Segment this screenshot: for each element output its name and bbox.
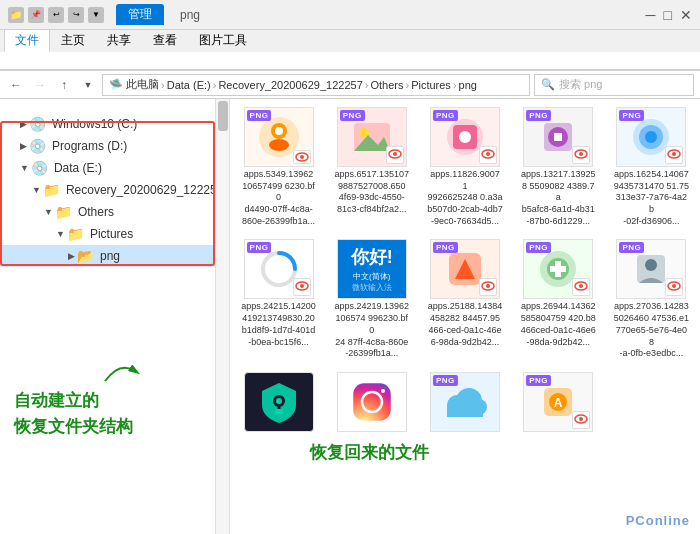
png-badge: PNG — [340, 110, 365, 121]
file-name: apps.27036.142835026460 47536.e1770e65-5… — [613, 301, 689, 359]
expand-icon: ▼ — [32, 185, 41, 195]
svg-point-32 — [486, 284, 490, 288]
tab-picture-tools[interactable]: 图片工具 — [188, 29, 258, 52]
expand-icon: ▶ — [68, 251, 75, 261]
svg-point-5 — [300, 155, 304, 159]
tab-view[interactable]: 查看 — [142, 29, 188, 52]
tab-file[interactable]: 文件 — [4, 29, 50, 52]
file-item-instagram[interactable] — [327, 368, 416, 438]
minimize-button[interactable]: ─ — [646, 7, 656, 23]
svg-rect-47 — [352, 382, 392, 422]
file-item[interactable]: PNG apps.5349.1396210657499 6230.bf0d449… — [234, 103, 323, 231]
svg-rect-36 — [550, 266, 566, 272]
address-path[interactable]: 🛸 此电脑 › Data (E:) › Recovery_20200629_12… — [102, 74, 530, 96]
tab-share[interactable]: 共享 — [96, 29, 142, 52]
svg-point-2 — [269, 139, 289, 151]
sidebar-item-data[interactable]: ▼ 💿 Data (E:) — [0, 157, 229, 179]
file-thumbnail: PNG — [616, 107, 686, 167]
folder-icon: 📁 — [67, 226, 84, 242]
folder-icon: 📁 — [55, 204, 72, 220]
eye-icon — [481, 281, 495, 291]
file-item[interactable]: 你好! 中文(简体) 微软输入法 apps.24219.13962106574 … — [327, 235, 416, 363]
file-name: apps.6517.1351079887527008.6504f69-93dc-… — [335, 169, 410, 216]
file-name: apps.25188.14384458282 84457.95466-ced-0… — [428, 301, 503, 348]
file-item[interactable]: PNG A — [514, 368, 603, 438]
redo-icon: ↪ — [68, 7, 84, 23]
recent-button[interactable]: ▼ — [78, 75, 98, 95]
file-name: apps.26944.14362585804759 420.b8466ced-0… — [521, 301, 596, 348]
file-item[interactable]: PNG apps.16254.140679435731470 51.75313e… — [607, 103, 696, 231]
svg-point-13 — [459, 131, 471, 143]
down-arrow-icon: ▼ — [88, 7, 104, 23]
png-badge: PNG — [433, 242, 458, 253]
svg-point-60 — [579, 417, 583, 421]
file-item[interactable]: PNG apps.13217.139258 5509082 4389.7ab5a… — [514, 103, 603, 231]
folder-icon: 📁 — [43, 182, 60, 198]
svg-point-15 — [486, 152, 490, 156]
file-thumbnail: PNG — [244, 107, 314, 167]
path-drive: Data (E:) — [167, 79, 211, 91]
search-box[interactable]: 🔍 搜索 png — [534, 74, 694, 96]
sidebar-label-pictures: Pictures — [90, 227, 133, 241]
sidebar-label-png: png — [100, 249, 120, 263]
sidebar-item-others[interactable]: ▼ 📁 Others — [0, 201, 229, 223]
file-name: apps.13217.139258 5509082 4389.7ab5afc8-… — [520, 169, 596, 227]
file-item[interactable]: PNG apps.27036.142835026460 47536.e1770e… — [607, 235, 696, 363]
expand-icon: ▶ — [20, 141, 27, 151]
tab-home[interactable]: 主页 — [50, 29, 96, 52]
sidebar-item-programs[interactable]: ▶ 💿 Programs (D:) — [0, 135, 229, 157]
eye-icon — [667, 149, 681, 159]
file-item[interactable]: PNG apps.25188.14384458282 84457.95466-c… — [420, 235, 509, 363]
path-pictures: Pictures — [411, 79, 451, 91]
eye-icon — [667, 281, 681, 291]
file-item-vpn[interactable] — [234, 368, 323, 438]
svg-point-10 — [393, 152, 397, 156]
sidebar-item-pictures[interactable]: ▼ 📁 Pictures — [0, 223, 229, 245]
vpn-icon — [254, 377, 304, 427]
maximize-button[interactable]: □ — [664, 7, 672, 23]
back-button[interactable]: ← — [6, 75, 26, 95]
sidebar-item-recovery[interactable]: ▼ 📁 Recovery_20200629_122257 — [0, 179, 229, 201]
file-name: apps.24219.13962106574 996230.bf024 87ff… — [334, 301, 410, 359]
quick-access-icon: 📁 — [8, 7, 24, 23]
sidebar-scrollbar[interactable] — [215, 99, 229, 534]
pin-icon: 📌 — [28, 7, 44, 23]
file-name: apps.24215.14200419213749830.20b1d8f9-1d… — [241, 301, 316, 348]
path-others: Others — [370, 79, 403, 91]
expand-icon: ▼ — [20, 163, 29, 173]
file-name: apps.11826.9007 19926625248 0.a3ab507d0-… — [427, 169, 503, 227]
title-bar: 📁 📌 ↩ ↪ ▼ 管理 png ─ □ ✕ — [0, 0, 700, 30]
up-button[interactable]: ↑ — [54, 75, 74, 95]
file-thumbnail: PNG — [430, 107, 500, 167]
svg-point-50 — [381, 389, 385, 393]
file-item[interactable]: PNG apps.11826.9007 19926625248 0.a3ab50… — [420, 103, 509, 231]
sidebar: ▶ 💿 Windows10 (C:) ▶ 💿 Programs (D:) ▼ 💿… — [0, 99, 230, 534]
cloud-icon — [439, 383, 491, 421]
svg-point-44 — [276, 398, 282, 404]
sidebar-label-recovery: Recovery_20200629_122257 — [66, 183, 223, 197]
path-recovery: Recovery_20200629_122257 — [218, 79, 362, 91]
tab-png[interactable]: png — [168, 6, 212, 24]
svg-point-40 — [645, 259, 657, 271]
forward-button[interactable]: → — [30, 75, 50, 95]
sidebar-label-others: Others — [78, 205, 114, 219]
svg-point-28 — [300, 284, 304, 288]
svg-point-3 — [275, 127, 283, 135]
sidebar-item-windows[interactable]: ▶ 💿 Windows10 (C:) — [0, 113, 229, 135]
png-badge: PNG — [247, 242, 272, 253]
file-item[interactable]: PNG apps.26944.14362585804759 420.b8466c… — [514, 235, 603, 363]
content-area: PNG apps.5349.1396210657499 6230.bf0d449… — [230, 99, 700, 534]
undo-icon: ↩ — [48, 7, 64, 23]
close-button[interactable]: ✕ — [680, 7, 692, 23]
png-badge: PNG — [526, 375, 551, 386]
file-item-cloud[interactable]: PNG — [420, 368, 509, 438]
file-item[interactable]: PNG apps.6517.1351079887527008.6504f69-9… — [327, 103, 416, 231]
scrollbar-thumb — [218, 101, 228, 131]
sidebar-label-windows: Windows10 (C:) — [52, 117, 137, 131]
ribbon: 文件 主页 共享 查看 图片工具 — [0, 30, 700, 71]
svg-point-38 — [579, 284, 583, 288]
tab-manage[interactable]: 管理 — [116, 4, 164, 25]
address-bar: ← → ↑ ▼ 🛸 此电脑 › Data (E:) › Recovery_202… — [0, 71, 700, 99]
sidebar-item-png[interactable]: ▶ 📂 png — [0, 245, 229, 267]
file-item[interactable]: PNG apps.24215.14200419213749830.20b1d8f… — [234, 235, 323, 363]
